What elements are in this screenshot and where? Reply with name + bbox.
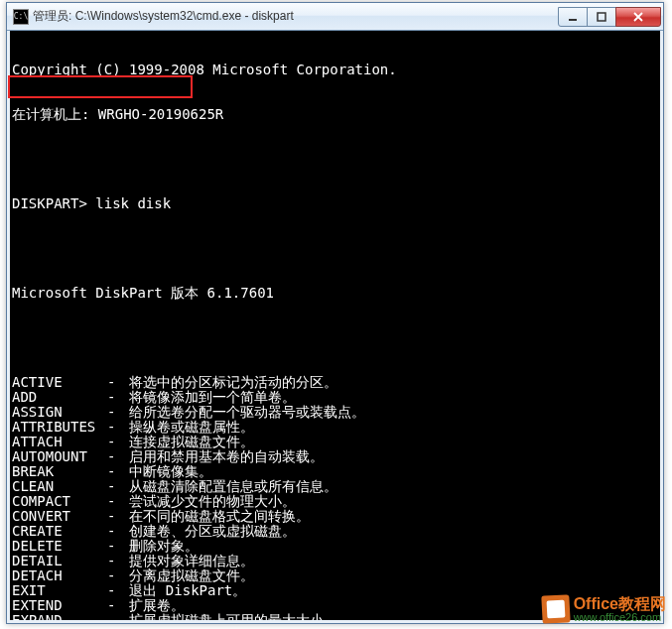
command-name: ACTIVE [12,375,107,390]
command-desc: 提供对象详细信息。 [121,554,254,568]
console-output[interactable]: Copyright (C) 1999-2008 Microsoft Corpor… [7,31,663,623]
dash: - [107,464,121,479]
command-desc: 中断镜像集。 [121,464,212,479]
dash: - [107,539,121,554]
command-row: EXPAND- 扩展虚拟磁盘上可用的最大大小。 [12,613,660,623]
command-name: COMPACT [12,494,107,509]
close-icon [632,12,644,22]
dash: - [107,479,121,494]
svg-rect-1 [598,13,605,21]
command-name: CREATE [12,524,107,539]
cmd-window: C:\ 管理员: C:\Windows\system32\cmd.exe - d… [6,2,664,624]
command-name: ASSIGN [12,405,107,420]
command-desc: 操纵卷或磁盘属性。 [121,420,254,435]
command-row: COMPACT- 尝试减少文件的物理大小。 [12,494,660,509]
typed-command: lisk disk [95,195,171,211]
command-row: AUTOMOUNT- 启用和禁用基本卷的自动装载。 [12,449,660,464]
command-desc: 尝试减少文件的物理大小。 [121,494,296,509]
dash: - [107,583,121,598]
command-name: EXPAND [12,613,107,623]
prompt-text: DISKPART> [12,195,87,211]
command-row: ATTRIBUTES- 操纵卷或磁盘属性。 [12,420,660,435]
maximize-icon [597,12,606,22]
blank-line [12,152,660,167]
command-desc: 分离虚拟磁盘文件。 [121,568,254,583]
blank-line [12,241,660,256]
dash: - [107,613,121,623]
command-name: DETAIL [12,554,107,568]
command-name: DELETE [12,539,107,554]
dash: - [107,375,121,390]
window-controls [559,7,661,27]
command-row: ATTACH- 连接虚拟磁盘文件。 [12,435,660,449]
minimize-icon [568,12,578,22]
cmd-icon-label: C:\ [14,12,28,21]
command-name: ADD [12,390,107,405]
command-row: DETACH- 分离虚拟磁盘文件。 [12,568,660,583]
cmd-icon: C:\ [13,9,29,25]
command-row: CREATE- 创建卷、分区或虚拟磁盘。 [12,524,660,539]
command-name: EXIT [12,583,107,598]
command-row: CLEAN- 从磁盘清除配置信息或所有信息。 [12,479,660,494]
command-row: EXTEND- 扩展卷。 [12,598,660,613]
command-name: ATTRIBUTES [12,420,107,435]
command-row: CONVERT- 在不同的磁盘格式之间转换。 [12,509,660,524]
command-list: ACTIVE- 将选中的分区标记为活动的分区。ADD- 将镜像添加到一个简单卷。… [12,375,660,623]
dash: - [107,598,121,613]
command-name: AUTOMOUNT [12,449,107,464]
blank-line [12,330,660,345]
command-desc: 启用和禁用基本卷的自动装载。 [121,449,324,464]
command-desc: 扩展虚拟磁盘上可用的最大大小。 [121,613,337,623]
command-row: DETAIL- 提供对象详细信息。 [12,554,660,568]
command-row: DELETE- 删除对象。 [12,539,660,554]
dash: - [107,405,121,420]
command-desc: 连接虚拟磁盘文件。 [121,435,254,449]
command-desc: 从磁盘清除配置信息或所有信息。 [121,479,337,494]
titlebar[interactable]: C:\ 管理员: C:\Windows\system32\cmd.exe - d… [7,3,663,31]
maximize-button[interactable] [587,7,616,27]
command-name: DETACH [12,568,107,583]
command-name: CLEAN [12,479,107,494]
minimize-button[interactable] [558,7,588,27]
command-row: ACTIVE- 将选中的分区标记为活动的分区。 [12,375,660,390]
command-desc: 给所选卷分配一个驱动器号或装载点。 [121,405,365,420]
command-desc: 删除对象。 [121,539,199,554]
dash: - [107,390,121,405]
dash: - [107,449,121,464]
prompt-line: DISKPART> lisk disk [12,196,660,211]
command-desc: 退出 DiskPart。 [121,583,246,598]
command-name: BREAK [12,464,107,479]
dash: - [107,435,121,449]
command-desc: 扩展卷。 [121,598,185,613]
dash: - [107,420,121,435]
computer-line: 在计算机上: WRGHO-20190625R [12,107,660,122]
version-line: Microsoft DiskPart 版本 6.1.7601 [12,286,660,301]
command-name: ATTACH [12,435,107,449]
copyright-line: Copyright (C) 1999-2008 Microsoft Corpor… [12,63,660,77]
command-row: BREAK- 中断镜像集。 [12,464,660,479]
dash: - [107,509,121,524]
command-desc: 创建卷、分区或虚拟磁盘。 [121,524,296,539]
window-title: 管理员: C:\Windows\system32\cmd.exe - diskp… [33,8,559,25]
svg-rect-0 [569,19,577,21]
command-name: CONVERT [12,509,107,524]
dash: - [107,554,121,568]
command-row: ADD- 将镜像添加到一个简单卷。 [12,390,660,405]
command-desc: 将镜像添加到一个简单卷。 [121,390,296,405]
command-desc: 在不同的磁盘格式之间转换。 [121,509,310,524]
command-name: EXTEND [12,598,107,613]
command-row: ASSIGN- 给所选卷分配一个驱动器号或装载点。 [12,405,660,420]
dash: - [107,524,121,539]
dash: - [107,494,121,509]
command-row: EXIT- 退出 DiskPart。 [12,583,660,598]
dash: - [107,568,121,583]
command-desc: 将选中的分区标记为活动的分区。 [121,375,337,390]
close-button[interactable] [615,7,661,27]
